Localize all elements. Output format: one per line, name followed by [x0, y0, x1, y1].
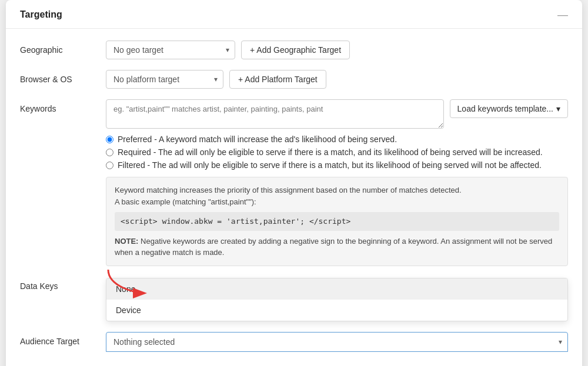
load-template-chevron-icon: ▾ — [556, 104, 560, 113]
audience-target-row: Audience Target Nothing selected ▾ — [20, 332, 568, 352]
note-label: NOTE: — [115, 237, 138, 246]
data-keys-label: Data Keys — [20, 277, 96, 291]
keywords-input-row: Load keywords template... ▾ — [106, 99, 568, 129]
keywords-row: Keywords Load keywords template... ▾ Pre… — [20, 99, 568, 266]
add-geographic-target-button[interactable]: + Add Geographic Target — [241, 41, 350, 59]
keywords-code-example: <script> window.abkw = 'artist,painter';… — [115, 212, 559, 231]
info-text-2: A basic example (matching "artist,paint"… — [115, 196, 559, 208]
keyword-required-option[interactable]: Required - The ad will only be eligible … — [106, 147, 568, 157]
minimize-button[interactable]: — — [557, 9, 568, 20]
keywords-section: Load keywords template... ▾ Preferred - … — [106, 99, 568, 266]
geographic-controls: No geo target ▾ + Add Geographic Target — [106, 41, 568, 59]
preferred-label: Preferred - A keyword match will increas… — [118, 135, 397, 144]
geographic-select[interactable]: No geo target — [106, 41, 235, 59]
browser-os-controls: No platform target ▾ + Add Platform Targ… — [106, 70, 568, 89]
keyword-match-options: Preferred - A keyword match will increas… — [106, 135, 568, 170]
data-keys-option-device[interactable]: Device — [106, 300, 567, 321]
keyword-filtered-option[interactable]: Filtered - The ad will only be eligible … — [106, 160, 568, 170]
load-template-label: Load keywords template... — [457, 104, 553, 113]
filtered-label: Filtered - The ad will only be eligible … — [118, 160, 542, 170]
add-platform-target-button[interactable]: + Add Platform Target — [229, 70, 326, 89]
geographic-row: Geographic No geo target ▾ + Add Geograp… — [20, 41, 568, 59]
browser-os-label: Browser & OS — [20, 70, 96, 84]
preferred-radio[interactable] — [106, 136, 113, 143]
keywords-note: NOTE: Negative keywords are created by a… — [115, 236, 559, 258]
panel-title: Targeting — [20, 9, 62, 20]
data-keys-dropdown[interactable]: None Device — [106, 278, 568, 321]
keywords-info-box: Keyword matching increases the priority … — [106, 177, 568, 266]
platform-select[interactable]: No platform target — [106, 70, 223, 89]
required-label: Required - The ad will only be eligible … — [118, 147, 543, 157]
filtered-radio[interactable] — [106, 162, 113, 169]
keywords-label: Keywords — [20, 99, 96, 113]
audience-target-section: Audience Target Nothing selected ▾ — [20, 332, 568, 352]
data-keys-controls: None Device — [106, 277, 568, 321]
red-arrow-icon — [102, 264, 149, 299]
audience-select-wrapper: Nothing selected ▾ — [106, 332, 568, 352]
audience-target-label: Audience Target — [20, 332, 96, 346]
load-keywords-template-button[interactable]: Load keywords template... ▾ — [450, 99, 568, 118]
browser-os-row: Browser & OS No platform target ▾ + Add … — [20, 70, 568, 89]
panel-content: Geographic No geo target ▾ + Add Geograp… — [6, 29, 582, 352]
panel-header: Targeting — — [6, 0, 582, 29]
audience-target-select[interactable]: Nothing selected — [106, 332, 568, 352]
info-text-1: Keyword matching increases the priority … — [115, 184, 559, 196]
required-radio[interactable] — [106, 149, 113, 156]
geographic-select-wrapper: No geo target ▾ — [106, 41, 235, 59]
audience-target-controls: Nothing selected ▾ — [106, 332, 568, 352]
geographic-label: Geographic — [20, 41, 96, 55]
note-text: Negative keywords are created by adding … — [115, 237, 552, 257]
targeting-panel: Targeting — Geographic No geo target ▾ +… — [6, 0, 582, 366]
keyword-preferred-option[interactable]: Preferred - A keyword match will increas… — [106, 135, 568, 144]
platform-select-wrapper: No platform target ▾ — [106, 70, 223, 89]
data-keys-option-none[interactable]: None — [106, 278, 567, 300]
keywords-textarea[interactable] — [106, 99, 444, 129]
